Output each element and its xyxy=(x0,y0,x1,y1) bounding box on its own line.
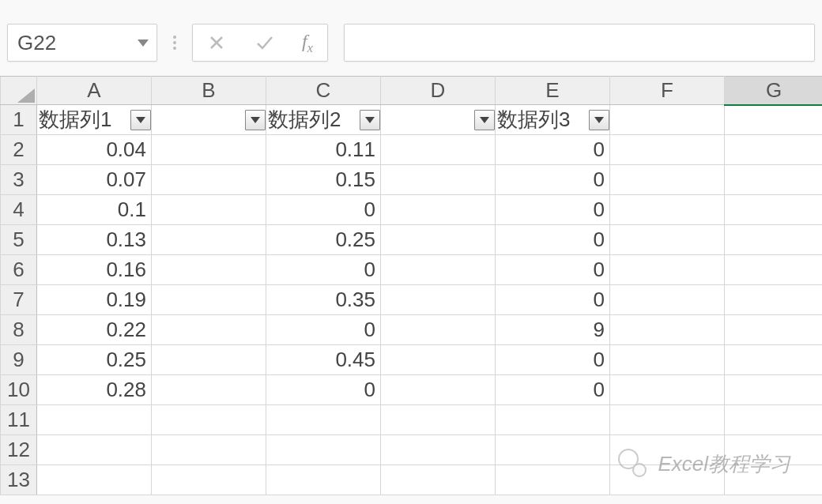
cell[interactable]: 0.07 xyxy=(37,165,152,195)
cell[interactable]: 0 xyxy=(266,315,381,345)
cell[interactable]: 9 xyxy=(496,315,610,345)
cell[interactable] xyxy=(381,465,496,495)
cell[interactable] xyxy=(725,465,823,495)
row-header[interactable]: 12 xyxy=(1,435,37,465)
cell[interactable]: 0.04 xyxy=(37,135,152,165)
row-header[interactable]: 1 xyxy=(1,105,37,135)
cell[interactable] xyxy=(610,255,725,285)
cell[interactable] xyxy=(496,465,610,495)
cell[interactable]: 数据列3 xyxy=(496,105,610,135)
cell[interactable]: 0.11 xyxy=(266,135,381,165)
cell[interactable] xyxy=(725,345,823,375)
cell[interactable] xyxy=(610,405,725,435)
cell[interactable] xyxy=(610,165,725,195)
column-header-F[interactable]: F xyxy=(610,77,725,105)
cell[interactable] xyxy=(725,375,823,405)
cell[interactable]: 0.22 xyxy=(37,315,152,345)
row-header[interactable]: 3 xyxy=(1,165,37,195)
cell[interactable]: 0 xyxy=(496,345,610,375)
cell[interactable]: 0 xyxy=(496,225,610,255)
cell[interactable] xyxy=(610,465,725,495)
cell[interactable] xyxy=(381,135,496,165)
filter-button[interactable] xyxy=(360,110,380,130)
cell[interactable] xyxy=(152,465,266,495)
cell[interactable] xyxy=(152,405,266,435)
formula-input[interactable] xyxy=(344,24,815,62)
cancel-icon[interactable] xyxy=(207,33,226,52)
cell[interactable] xyxy=(725,225,823,255)
cell[interactable] xyxy=(381,195,496,225)
cell[interactable] xyxy=(381,315,496,345)
cell[interactable]: 0 xyxy=(266,195,381,225)
cell[interactable] xyxy=(152,375,266,405)
cell[interactable]: 0.45 xyxy=(266,345,381,375)
select-all-corner[interactable] xyxy=(1,77,37,105)
cell[interactable]: 0.1 xyxy=(37,195,152,225)
cell[interactable] xyxy=(381,225,496,255)
cell[interactable] xyxy=(37,405,152,435)
cell[interactable] xyxy=(725,165,823,195)
cell[interactable] xyxy=(381,165,496,195)
cell[interactable]: 0 xyxy=(496,375,610,405)
cell[interactable]: 0 xyxy=(496,255,610,285)
filter-button[interactable] xyxy=(130,110,151,130)
cell[interactable]: 0 xyxy=(266,375,381,405)
column-header-E[interactable]: E xyxy=(496,77,610,105)
column-header-B[interactable]: B xyxy=(152,77,266,105)
cell[interactable] xyxy=(610,285,725,315)
row-header[interactable]: 4 xyxy=(1,195,37,225)
cell[interactable] xyxy=(610,135,725,165)
cell[interactable] xyxy=(381,255,496,285)
filter-button[interactable] xyxy=(474,110,495,130)
cell[interactable] xyxy=(152,255,266,285)
cell[interactable]: 0.28 xyxy=(37,375,152,405)
cell[interactable] xyxy=(496,405,610,435)
cell[interactable]: 数据列2 xyxy=(266,105,381,135)
cell[interactable] xyxy=(725,435,823,465)
cell[interactable] xyxy=(266,465,381,495)
cell[interactable] xyxy=(381,105,496,135)
cell[interactable] xyxy=(610,375,725,405)
cell[interactable] xyxy=(610,435,725,465)
column-header-D[interactable]: D xyxy=(381,77,496,105)
cell[interactable] xyxy=(152,285,266,315)
column-header-G[interactable]: G xyxy=(725,77,823,105)
row-header[interactable]: 8 xyxy=(1,315,37,345)
cell[interactable] xyxy=(610,315,725,345)
cell[interactable] xyxy=(266,435,381,465)
cell[interactable] xyxy=(266,405,381,435)
cell[interactable] xyxy=(152,345,266,375)
cell[interactable] xyxy=(37,465,152,495)
row-header[interactable]: 2 xyxy=(1,135,37,165)
column-header-A[interactable]: A xyxy=(37,77,152,105)
filter-button[interactable] xyxy=(245,110,266,130)
cell[interactable]: 0.35 xyxy=(266,285,381,315)
cell[interactable] xyxy=(610,195,725,225)
cell[interactable] xyxy=(496,435,610,465)
cell[interactable]: 0 xyxy=(496,135,610,165)
cell[interactable] xyxy=(381,285,496,315)
cell[interactable] xyxy=(725,105,823,135)
cell[interactable]: 0.25 xyxy=(37,345,152,375)
cell[interactable]: 0 xyxy=(496,165,610,195)
row-header[interactable]: 10 xyxy=(1,375,37,405)
cell[interactable] xyxy=(152,435,266,465)
cell[interactable]: 0.15 xyxy=(266,165,381,195)
fx-icon[interactable]: fx xyxy=(302,31,313,55)
row-header[interactable]: 13 xyxy=(1,465,37,495)
cell[interactable] xyxy=(152,135,266,165)
cell[interactable]: 0 xyxy=(496,285,610,315)
cell[interactable] xyxy=(610,345,725,375)
cell[interactable]: 0 xyxy=(496,195,610,225)
row-header[interactable]: 5 xyxy=(1,225,37,255)
cell[interactable] xyxy=(725,315,823,345)
row-header[interactable]: 11 xyxy=(1,405,37,435)
cell[interactable] xyxy=(381,405,496,435)
cell[interactable] xyxy=(610,105,725,135)
cell[interactable] xyxy=(725,285,823,315)
cell[interactable]: 0.13 xyxy=(37,225,152,255)
column-header-C[interactable]: C xyxy=(266,77,381,105)
cell[interactable] xyxy=(152,315,266,345)
filter-button[interactable] xyxy=(589,110,609,130)
cell[interactable] xyxy=(381,375,496,405)
